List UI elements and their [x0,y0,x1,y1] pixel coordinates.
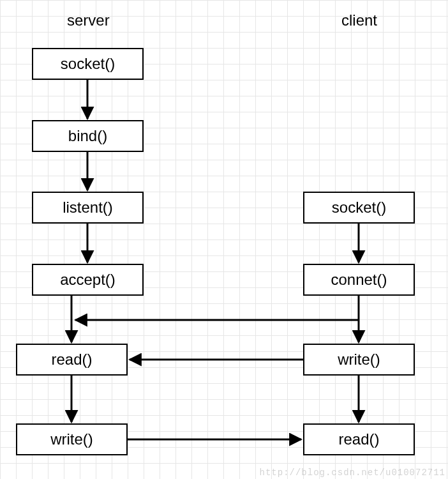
node-client-socket: socket() [303,192,415,224]
watermark-text: http://blog.csdn.net/u010072711 [260,468,445,478]
diagram-canvas: server client socket() bind() listent() … [0,0,448,479]
column-title-client: client [341,11,377,29]
node-server-read: read() [16,344,128,376]
node-server-accept: accept() [32,264,144,296]
node-server-listen: listent() [32,192,144,224]
node-server-write: write() [16,423,128,455]
node-client-read: read() [303,423,415,455]
node-server-socket: socket() [32,48,144,80]
node-server-bind: bind() [32,120,144,152]
node-client-connect: connet() [303,264,415,296]
column-title-server: server [67,11,110,29]
node-client-write: write() [303,344,415,376]
